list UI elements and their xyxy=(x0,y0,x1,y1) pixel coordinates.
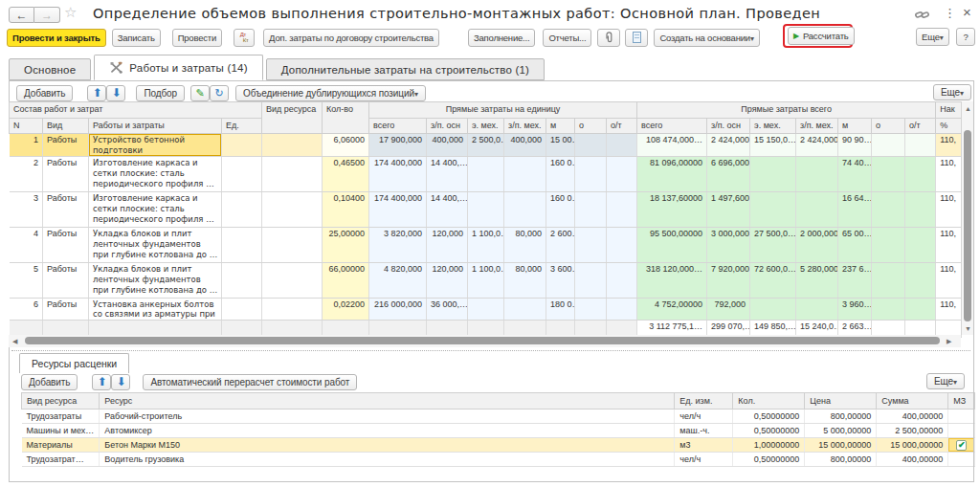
cell-total-cost-0[interactable]: 108 474,000… xyxy=(637,134,707,157)
res-cell-kind[interactable]: Трудозатраты xyxy=(22,410,100,424)
works-pick-button[interactable]: Подбор xyxy=(136,85,185,101)
cell-unit-cost-3[interactable] xyxy=(504,157,546,192)
cell-name[interactable]: Укладка блоков и плит ленточных фундамен… xyxy=(89,263,222,299)
cell-kind[interactable]: Работы xyxy=(43,192,89,228)
res-cell-unit[interactable]: м3 xyxy=(675,438,733,453)
cell-total-cost-5[interactable] xyxy=(872,134,905,157)
cell-total-cost-4[interactable]: 237 6… xyxy=(838,263,872,299)
res-cell-qty[interactable]: 0,50000000 xyxy=(733,453,805,467)
res-cell-price[interactable]: 15 000,00000 xyxy=(805,438,877,453)
res-cell-qty[interactable]: 0,50000000 xyxy=(733,424,805,438)
resources-tab[interactable]: Ресурсы расценки xyxy=(19,353,129,373)
cell-total-cost-1[interactable]: 1 497,600 xyxy=(707,192,750,228)
cell-unit-cost-0[interactable]: 17 900,000 xyxy=(369,134,427,157)
res-cell-resource[interactable]: Рабочий-строитель xyxy=(100,410,675,424)
tab-works[interactable]: Работы и затраты (14) xyxy=(94,55,262,80)
cell-unit[interactable] xyxy=(222,228,262,263)
cell-total-cost-2[interactable]: 15 150,0… xyxy=(750,134,796,157)
cell-unit-cost-0[interactable]: 174 400,000 xyxy=(369,157,427,192)
works-move-down-button[interactable]: ⬇ xyxy=(106,85,125,101)
calculate-button[interactable]: ▶Рассчитать xyxy=(788,27,855,45)
cell-unit-cost-5[interactable] xyxy=(575,157,607,192)
cell-total-cost-1[interactable]: 792,000 xyxy=(707,299,750,321)
cell-overhead-pct[interactable]: 110, xyxy=(936,299,962,321)
res-cell-resource[interactable]: Автомиксер xyxy=(100,424,675,438)
cell-unit-cost-3[interactable]: 80,000 xyxy=(504,263,546,299)
cell-unit-cost-3[interactable] xyxy=(504,299,546,321)
cell-total-cost-3[interactable] xyxy=(796,192,838,228)
cell-name[interactable]: Изготовление каркаса и сетки плоские: ст… xyxy=(89,157,222,192)
res-cell-sum[interactable]: 400,00000 xyxy=(877,453,948,467)
cell-unit-cost-2[interactable]: 1 100,0… xyxy=(468,263,504,299)
res-cell-kind[interactable]: Машины и мех… xyxy=(22,424,100,438)
fill-button[interactable]: Заполнение... xyxy=(468,29,535,47)
cell-unit[interactable] xyxy=(222,263,262,299)
cell-unit-cost-1[interactable]: 400,000 xyxy=(427,134,468,157)
cell-unit-cost-2[interactable] xyxy=(468,299,504,321)
cell-unit[interactable] xyxy=(222,192,262,228)
cell-unit-cost-1[interactable]: 14 400,… xyxy=(427,157,468,192)
back-button[interactable]: ← xyxy=(9,7,34,23)
cell-total-cost-3[interactable] xyxy=(796,157,838,192)
cell-qty[interactable]: 66,00000 xyxy=(323,263,369,299)
cell-unit-cost-3[interactable]: 80,000 xyxy=(504,228,546,263)
cell-n[interactable]: 6 xyxy=(10,299,43,321)
cell-kind[interactable]: Работы xyxy=(43,263,89,299)
write-button[interactable]: Записать xyxy=(112,29,161,47)
cell-unit-cost-5[interactable] xyxy=(575,192,607,228)
more-button-top[interactable]: Еще xyxy=(916,28,949,46)
res-cell-sum[interactable]: 15 000,00000 xyxy=(877,438,948,453)
cell-total-cost-2[interactable]: 27 500,0… xyxy=(750,228,796,263)
cell-unit-cost-2[interactable]: 2 500,0… xyxy=(468,134,504,157)
create-based-on-button[interactable]: Создать на основании xyxy=(654,29,759,47)
postings-dtkt-icon[interactable]: ДтКт xyxy=(234,29,255,47)
cell-unit-cost-4[interactable]: 2 600… xyxy=(546,228,575,263)
cell-total-cost-1[interactable]: 3 000,000 xyxy=(707,228,750,263)
cell-unit-cost-2[interactable] xyxy=(468,157,504,192)
scroll-right-icon[interactable]: ▶ xyxy=(947,338,951,344)
cell-resource-kind[interactable] xyxy=(262,192,323,228)
cell-total-cost-1[interactable]: 7 920,000 xyxy=(707,263,750,299)
works-vscroll-thumb[interactable] xyxy=(964,130,971,321)
cell-unit-cost-4[interactable]: 160 0… xyxy=(546,157,575,192)
res-cell-mz-checkbox[interactable] xyxy=(948,424,975,438)
cell-overhead-pct[interactable]: 110, xyxy=(936,228,962,263)
res-cell-mz-checkbox[interactable] xyxy=(948,453,975,467)
cell-unit-cost-6[interactable] xyxy=(607,157,637,192)
cell-total-cost-4[interactable]: 90 90… xyxy=(838,134,872,157)
cell-total-cost-5[interactable] xyxy=(872,263,905,299)
res-cell-unit[interactable]: маш.-ч. xyxy=(675,424,733,438)
res-cell-price[interactable]: 800,00000 xyxy=(805,453,877,467)
cell-total-cost-6[interactable] xyxy=(905,157,936,192)
cell-resource-kind[interactable] xyxy=(262,299,323,321)
cell-resource-kind[interactable] xyxy=(262,263,323,299)
cell-unit-cost-6[interactable] xyxy=(607,228,637,263)
res-cell-resource[interactable]: Водитель грузовика xyxy=(100,453,675,467)
cell-total-cost-2[interactable] xyxy=(750,192,796,228)
cell-name[interactable]: Установка анкерных болтов со связями из … xyxy=(89,299,222,321)
cell-total-cost-5[interactable] xyxy=(872,228,905,263)
checkbox-checked-icon[interactable]: ✔ xyxy=(956,440,967,451)
cell-total-cost-4[interactable]: 16 64… xyxy=(838,192,872,228)
cell-unit-cost-0[interactable]: 174 400,000 xyxy=(369,192,427,228)
works-add-button[interactable]: Добавить xyxy=(16,85,73,101)
cell-qty[interactable]: 0,10400 xyxy=(323,192,369,228)
res-cell-mz-checkbox[interactable]: ✔ xyxy=(948,438,975,453)
cell-overhead-pct[interactable]: 110, xyxy=(936,134,962,157)
attachment-button[interactable] xyxy=(597,29,620,47)
splitter[interactable] xyxy=(11,350,970,351)
cell-total-cost-0[interactable]: 4 752,00000 xyxy=(637,299,707,321)
cell-qty[interactable]: 0,02200 xyxy=(323,299,369,321)
cell-unit-cost-5[interactable] xyxy=(575,134,607,157)
cell-total-cost-6[interactable] xyxy=(905,192,936,228)
cell-unit-cost-6[interactable] xyxy=(607,192,637,228)
cell-unit[interactable] xyxy=(222,134,262,157)
works-refresh-button[interactable]: ↻ xyxy=(210,85,229,101)
cell-total-cost-4[interactable]: 74 40… xyxy=(838,157,872,192)
cell-overhead-pct[interactable]: 110, xyxy=(936,263,962,299)
cell-total-cost-0[interactable]: 95 500,00000 xyxy=(637,228,707,263)
cell-qty[interactable]: 25,00000 xyxy=(323,228,369,263)
resources-recalc-button[interactable]: Автоматический перерасчет стоимости рабо… xyxy=(143,374,357,390)
tab-main[interactable]: Основное xyxy=(9,58,91,80)
cell-unit-cost-0[interactable]: 4 820,000 xyxy=(369,263,427,299)
